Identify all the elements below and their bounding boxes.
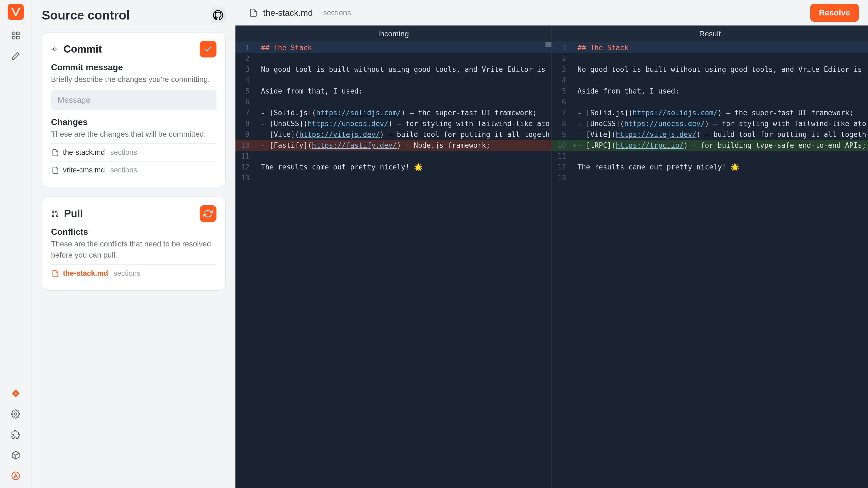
code-text bbox=[261, 53, 552, 64]
code-line[interactable]: 13 bbox=[552, 172, 868, 183]
gutter-mark bbox=[571, 75, 578, 86]
pull-request-icon bbox=[51, 209, 59, 218]
code-line[interactable]: 11 bbox=[552, 151, 868, 162]
code-line[interactable]: 2 bbox=[236, 53, 552, 64]
code-line[interactable]: 12The results came out pretty nicely! 🌟 bbox=[236, 162, 552, 172]
gutter-mark bbox=[571, 151, 578, 162]
gutter-mark bbox=[255, 107, 261, 118]
extensions-icon[interactable] bbox=[10, 429, 21, 440]
code-line[interactable]: 10+- [tRPC](https://trpc.io/) — for buil… bbox=[552, 140, 868, 151]
line-number: 9 bbox=[552, 129, 571, 140]
gutter-mark bbox=[571, 64, 578, 75]
app-logo[interactable] bbox=[8, 4, 24, 20]
svg-rect-2 bbox=[12, 36, 15, 39]
code-line[interactable]: 9- [Vite](https://vitejs.dev/) — build t… bbox=[552, 129, 868, 140]
line-number: 13 bbox=[236, 172, 255, 183]
code-text: - [UnoCSS](https://unocss.dev/) — for st… bbox=[261, 118, 552, 129]
code-line[interactable]: 7- [Solid.js](https://solidjs.com/) — th… bbox=[552, 107, 868, 118]
gutter-mark bbox=[255, 172, 261, 183]
gutter-mark bbox=[571, 86, 578, 97]
code-line[interactable]: 6 bbox=[236, 97, 552, 107]
file-row[interactable]: the-stack.mdsections bbox=[51, 143, 216, 161]
minimap-indicator[interactable] bbox=[546, 42, 552, 46]
code-text: - [Vite](https://vitejs.dev/) — build to… bbox=[578, 129, 868, 140]
code-line[interactable]: 3No good tool is built without using goo… bbox=[552, 64, 868, 75]
diff-tabs: Incoming Result bbox=[236, 26, 868, 42]
conflicts-desc: These are the conflicts that need to be … bbox=[51, 238, 216, 261]
code-text bbox=[578, 172, 868, 183]
code-line[interactable]: 1## The Stack bbox=[236, 42, 552, 53]
gutter-mark bbox=[571, 42, 578, 53]
svg-point-8 bbox=[54, 48, 56, 50]
line-number: 10 bbox=[552, 140, 571, 151]
pane-incoming[interactable]: 1## The Stack23No good tool is built wit… bbox=[236, 42, 552, 488]
code-text: ## The Stack bbox=[578, 42, 868, 53]
gutter-mark bbox=[255, 162, 261, 172]
line-number: 11 bbox=[236, 151, 255, 162]
code-text: - [UnoCSS](https://unocss.dev/) — for st… bbox=[578, 118, 868, 129]
line-number: 2 bbox=[236, 53, 255, 64]
gutter-mark bbox=[255, 118, 261, 129]
file-row[interactable]: vrite-cms.mdsections bbox=[51, 161, 216, 178]
gutter-mark bbox=[255, 151, 261, 162]
changes-desc: These are the changes that will be commi… bbox=[51, 129, 216, 140]
code-line[interactable]: 5Aside from that, I used: bbox=[236, 86, 552, 97]
svg-rect-0 bbox=[12, 32, 15, 35]
code-line[interactable]: 13 bbox=[236, 172, 552, 183]
pane-result[interactable]: 1## The Stack23No good tool is built wit… bbox=[552, 42, 868, 488]
file-path: sections bbox=[111, 148, 137, 157]
code-line[interactable]: 12The results came out pretty nicely! 🌟 bbox=[552, 162, 868, 172]
code-line[interactable]: 10—- [Fastify](https://fastify.dev/) - N… bbox=[236, 140, 552, 151]
code-line[interactable]: 8- [UnoCSS](https://unocss.dev/) — for s… bbox=[552, 118, 868, 129]
edit-icon[interactable] bbox=[10, 51, 21, 61]
code-line[interactable]: 6 bbox=[552, 97, 868, 107]
file-row[interactable]: the-stack.mdsections bbox=[51, 264, 216, 282]
line-number: 6 bbox=[236, 97, 255, 107]
line-number: 1 bbox=[552, 42, 571, 53]
code-line[interactable]: 5Aside from that, I used: bbox=[552, 86, 868, 97]
code-line[interactable]: 4 bbox=[552, 75, 868, 86]
code-line[interactable]: 1## The Stack bbox=[552, 42, 868, 53]
line-number: 10 bbox=[236, 140, 255, 151]
changes-heading: Changes bbox=[51, 117, 216, 127]
pull-sync-button[interactable] bbox=[199, 205, 216, 222]
code-text: ## The Stack bbox=[261, 42, 552, 53]
gutter-mark bbox=[571, 129, 578, 140]
code-line[interactable]: 7- [Solid.js](https://solidjs.com/) — th… bbox=[236, 107, 552, 118]
dashboard-icon[interactable] bbox=[10, 30, 21, 41]
code-line[interactable]: 9- [Vite](https://vitejs.dev/) — build t… bbox=[236, 129, 552, 140]
line-number: 4 bbox=[552, 75, 571, 86]
conflicts-heading: Conflicts bbox=[51, 227, 216, 237]
file-name: the-stack.md bbox=[63, 269, 108, 278]
code-line[interactable]: 2 bbox=[552, 53, 868, 64]
code-line[interactable]: 3No good tool is built without using goo… bbox=[236, 64, 552, 75]
package-icon[interactable] bbox=[10, 450, 21, 460]
gutter-mark bbox=[255, 64, 261, 75]
line-number: 12 bbox=[236, 162, 255, 172]
gutter-mark bbox=[571, 162, 578, 172]
file-icon bbox=[52, 270, 59, 278]
pull-card: Pull Conflicts These are the conflicts t… bbox=[42, 197, 226, 291]
code-line[interactable]: 11 bbox=[236, 151, 552, 162]
settings-icon[interactable] bbox=[10, 409, 21, 419]
git-icon[interactable] bbox=[10, 388, 21, 398]
code-line[interactable]: 4 bbox=[236, 75, 552, 86]
line-number: 9 bbox=[236, 129, 255, 140]
tab-result[interactable]: Result bbox=[552, 26, 868, 42]
gutter-mark bbox=[255, 97, 261, 107]
line-number: 5 bbox=[552, 86, 571, 97]
line-number: 3 bbox=[552, 64, 571, 75]
open-file-name: the-stack.md bbox=[263, 8, 313, 18]
commit-message-input[interactable] bbox=[51, 90, 216, 110]
code-line[interactable]: 8- [UnoCSS](https://unocss.dev/) — for s… bbox=[236, 118, 552, 129]
file-path: sections bbox=[111, 166, 137, 174]
commit-submit-button[interactable] bbox=[199, 41, 216, 58]
tab-incoming[interactable]: Incoming bbox=[236, 26, 552, 42]
profile-icon[interactable] bbox=[10, 470, 21, 481]
code-text: The results came out pretty nicely! 🌟 bbox=[578, 162, 868, 172]
code-text: - [Solid.js](https://solidjs.com/) — the… bbox=[261, 107, 552, 118]
resolve-button[interactable]: Resolve bbox=[810, 4, 859, 22]
github-button[interactable] bbox=[211, 8, 226, 23]
line-number: 7 bbox=[552, 107, 571, 118]
svg-rect-3 bbox=[17, 36, 19, 39]
